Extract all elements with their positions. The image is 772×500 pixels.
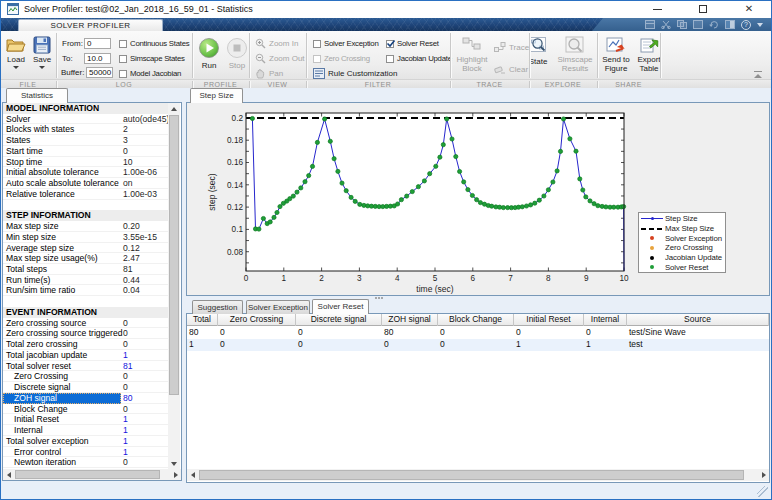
- zoom-out-button[interactable]: Zoom Out: [255, 52, 305, 64]
- stats-row[interactable]: Start time0: [3, 146, 168, 157]
- stats-row[interactable]: Zero crossing source0: [3, 318, 168, 329]
- stats-row[interactable]: Blocks with states2: [3, 124, 168, 135]
- save-dropdown-caret[interactable]: [39, 66, 45, 69]
- scroll-left-arrow[interactable]: [3, 469, 14, 480]
- scroll-right-arrow[interactable]: [758, 469, 769, 481]
- trace-button[interactable]: Trace: [494, 41, 529, 53]
- minimize-button[interactable]: [634, 0, 680, 18]
- stats-row[interactable]: Solverauto(ode45): [3, 114, 168, 125]
- stats-section-header[interactable]: STEP INFORMATION: [3, 210, 168, 221]
- buffer-input[interactable]: 50000: [86, 67, 113, 78]
- scrollbar-thumb[interactable]: [15, 470, 160, 479]
- stats-row[interactable]: Initial absolute tolerance1.00e-06: [3, 167, 168, 178]
- checkbox-continuous-states[interactable]: Continuous States: [119, 39, 189, 48]
- stats-value[interactable]: 1: [123, 414, 128, 425]
- save-icon[interactable]: [645, 20, 655, 29]
- send-to-figure-button[interactable]: Send to Figure: [600, 35, 632, 73]
- stats-row[interactable]: Internal1: [3, 425, 168, 436]
- stats-row[interactable]: Total solver reset81: [3, 361, 168, 372]
- undo-icon[interactable]: [709, 20, 719, 29]
- simscape-results-button[interactable]: Simscape Results: [556, 35, 594, 73]
- results-horizontal-scrollbar[interactable]: [187, 469, 769, 481]
- collapse-ribbon-icon[interactable]: [753, 71, 763, 78]
- checkbox-simscape-states[interactable]: Simscape States: [119, 54, 185, 63]
- column-header-source[interactable]: Source: [627, 314, 769, 326]
- stats-row[interactable]: Discrete signal0: [3, 382, 168, 393]
- column-header-internal[interactable]: Internal: [584, 314, 627, 326]
- stats-value[interactable]: 80: [123, 393, 133, 404]
- stats-row[interactable]: Max step size usage(%)2.47: [3, 253, 168, 264]
- stats-row[interactable]: Average step size0.12: [3, 243, 168, 254]
- stats-row[interactable]: Max step size0.20: [3, 221, 168, 232]
- stats-row[interactable]: Total steps81: [3, 264, 168, 275]
- stats-row[interactable]: Zero Crossing0: [3, 371, 168, 382]
- column-header-total[interactable]: Total: [187, 314, 218, 326]
- clear-button[interactable]: Clear: [494, 63, 528, 75]
- dropdown-caret-icon[interactable]: [757, 20, 764, 29]
- results-row[interactable]: 1000011test: [187, 339, 769, 351]
- window-layout-icon[interactable]: [725, 20, 735, 29]
- copy-icon[interactable]: [677, 20, 687, 29]
- stats-row[interactable]: ZOH signal80: [3, 393, 168, 404]
- stats-row[interactable]: Block Change0: [3, 404, 168, 415]
- stats-row[interactable]: Auto scale absolute toleranceon: [3, 178, 168, 189]
- checkbox-solver-reset[interactable]: Solver Reset: [386, 39, 439, 48]
- stats-row[interactable]: Run time(s)0.44: [3, 275, 168, 286]
- tab-solver-reset[interactable]: Solver Reset: [312, 299, 369, 314]
- stats-row[interactable]: Initial Reset1: [3, 414, 168, 425]
- window-resize-grip[interactable]: [757, 486, 768, 497]
- stats-section-header[interactable]: MODEL INFORMATION: [3, 103, 168, 114]
- run-button[interactable]: Run: [196, 37, 222, 70]
- column-header-block-change[interactable]: Block Change: [438, 314, 514, 326]
- stats-row[interactable]: Total jacobian update1: [3, 350, 168, 361]
- stats-row[interactable]: Total solver exception1: [3, 436, 168, 447]
- checkbox-zero-crossing[interactable]: Zero Crossing: [313, 54, 370, 63]
- highlight-block-button[interactable]: Highlight Block: [455, 35, 489, 73]
- stats-value[interactable]: 1: [123, 350, 128, 361]
- stats-row[interactable]: Error control1: [3, 447, 168, 458]
- column-header-zero-crossing[interactable]: Zero Crossing: [218, 314, 296, 326]
- stats-vertical-scrollbar[interactable]: [168, 103, 180, 469]
- from-input[interactable]: 0: [84, 38, 111, 49]
- stats-row[interactable]: States3: [3, 135, 168, 146]
- tab-step-size[interactable]: Step Size: [190, 88, 243, 103]
- close-button[interactable]: ✕: [726, 0, 772, 18]
- load-dropdown-caret[interactable]: [13, 66, 19, 69]
- tab-solver-exception[interactable]: Solver Exception: [246, 300, 310, 314]
- stats-section-header[interactable]: EVENT INFORMATION: [3, 307, 168, 318]
- stats-row[interactable]: Stop time10: [3, 157, 168, 168]
- scroll-left-arrow[interactable]: [187, 469, 198, 481]
- stats-row[interactable]: Zero crossing source triggered0: [3, 328, 168, 339]
- splitter-handle[interactable]: [375, 297, 384, 300]
- tab-statistics[interactable]: Statistics: [6, 88, 68, 103]
- rule-customization-button[interactable]: Rule Customization: [313, 67, 397, 79]
- stats-row[interactable]: Relative tolerance1.00e-03: [3, 189, 168, 200]
- stats-value[interactable]: 1: [123, 447, 128, 458]
- maximize-button[interactable]: [680, 0, 726, 18]
- stats-row[interactable]: Newton iteration0: [3, 457, 168, 468]
- stats-row[interactable]: Min step size3.55e-15: [3, 232, 168, 243]
- column-header-zoh-signal[interactable]: ZOH signal: [382, 314, 438, 326]
- zoom-in-button[interactable]: Zoom In: [255, 37, 298, 49]
- paste-icon[interactable]: [693, 20, 703, 29]
- tab-suggestion[interactable]: Suggestion: [192, 300, 243, 314]
- scroll-down-arrow[interactable]: [168, 458, 180, 469]
- stats-value[interactable]: 1: [123, 425, 128, 436]
- stats-row[interactable]: Run/sim time ratio0.04: [3, 285, 168, 296]
- stats-row[interactable]: Total zero crossing0: [3, 339, 168, 350]
- scroll-right-arrow[interactable]: [170, 469, 181, 480]
- results-row[interactable]: 800080000test/Sine Wave: [187, 327, 769, 339]
- scrollbar-thumb[interactable]: [199, 470, 744, 480]
- checkbox-jacobian-update[interactable]: Jacobian Update: [386, 54, 452, 63]
- save-button[interactable]: Save: [29, 35, 55, 69]
- scroll-up-arrow[interactable]: [168, 103, 180, 114]
- checkbox-solver-exception[interactable]: Solver Exception: [313, 39, 379, 48]
- stop-button[interactable]: Stop: [224, 37, 250, 70]
- column-header-initial-reset[interactable]: Initial Reset: [514, 314, 584, 326]
- help-icon[interactable]: ?: [741, 20, 751, 30]
- tab-solver-profiler[interactable]: SOLVER PROFILER: [18, 19, 163, 31]
- stats-value[interactable]: 81: [123, 361, 133, 372]
- to-input[interactable]: 10.0: [84, 53, 111, 64]
- pan-button[interactable]: Pan: [255, 67, 283, 79]
- load-button[interactable]: Load: [3, 35, 29, 69]
